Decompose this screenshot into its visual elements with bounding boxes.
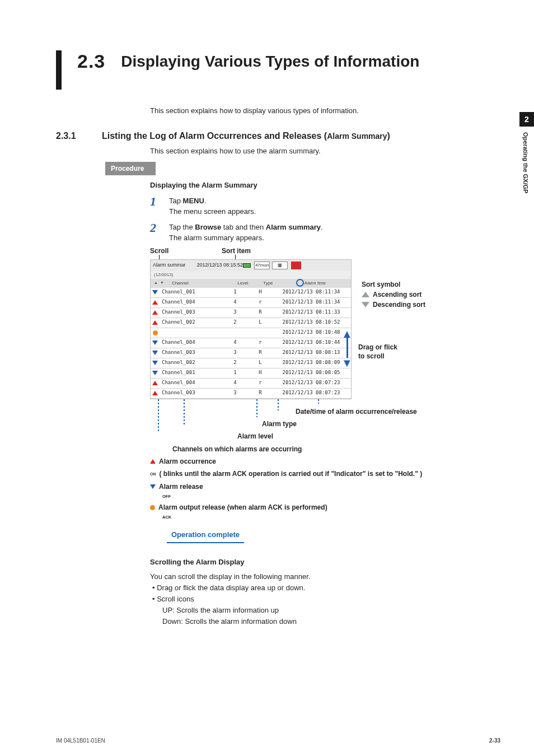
label-sort-item: Sort item [222,246,251,256]
cell-channel: Channel_001 [160,288,221,296]
table-row[interactable]: Channel_0044r2012/12/13 08:11:34 [151,298,351,308]
tiny-off: OFF [162,493,495,501]
cell-time: 2012/12/13 08:07:23 [271,389,351,397]
cell-time: 2012/12/13 08:11:34 [271,298,351,306]
col-type[interactable]: Type [257,280,279,287]
table-row[interactable]: Channel_0044r2012/12/13 08:10:44 [151,338,351,348]
step-1-text-a: Tap [169,197,183,205]
subsection-desc: This section explains how to use the ala… [150,146,495,157]
cell-type: R [249,349,271,357]
cell-level: 3 [221,349,249,357]
subsection-title-main: Listing the Log of Alarm Occurrences and… [102,131,327,141]
alarm-release-icon [151,371,160,375]
label-ascending: Ascending sort [362,290,421,300]
col-alarm-time[interactable]: Alarm time [279,280,351,287]
cell-channel: Channel_003 [160,349,221,357]
callout-channel: Channels on which alarms are occurring [172,444,495,455]
label-drag-2: to scroll [358,351,385,361]
step-2-text-d: Alarm summary [266,223,321,231]
callout-line [256,399,257,417]
table-row[interactable]: Channel_0033R2012/12/13 08:07:23 [151,389,351,399]
bullet-drag: Drag or flick the data display area up o… [152,582,495,594]
cell-time: 2012/12/13 08:08:13 [271,349,351,357]
callout-output-release: Alarm output release (when alarm ACK is … [150,502,495,513]
cell-channel: Channel_002 [160,319,221,326]
ascending-icon [362,292,369,297]
scroll-arrow-stem [346,335,348,358]
section-marker-bar [56,50,62,90]
chapter-tab-number: 2 [519,112,534,127]
cell-time: 2012/12/13 08:07:23 [271,379,351,387]
alarm-rows[interactable]: Channel_0011H2012/12/13 08:11:34Channel_… [151,288,351,399]
col-level[interactable]: Level [229,280,257,287]
callout-line [158,399,159,433]
shot-btn-grid[interactable]: ▦ [272,262,288,269]
step-2-text-c: tab and then [221,223,266,231]
cell-level: 1 [221,369,249,377]
table-row[interactable]: Channel_0033R2012/12/13 08:08:13 [151,348,351,358]
table-row[interactable]: 2012/12/13 08:10:48 [151,328,351,338]
footer-doc-id: IM 04L51B01-01EN [56,738,105,744]
alarm-summary-screenshot: Alarm summar 2012/12/13 08:15:52 47mon ▦… [150,259,495,399]
blink-note-text: ( blinks until the alarm ACK operation i… [160,468,423,479]
subsection-title-paren: Alarm Summary [327,132,387,141]
table-row[interactable]: Channel_0044r2012/12/13 08:07:23 [151,379,351,389]
heading-display-alarm-summary: Displaying the Alarm Summary [150,180,495,191]
cell-type: r [249,379,271,387]
cell-channel: Channel_002 [160,359,221,367]
cell-level: 3 [221,309,249,316]
section-title: Displaying Various Types of Information [121,53,419,70]
step-1-text-b: MENU [183,197,204,205]
chapter-tab: 2 Operating the GX/GP [519,112,534,199]
release-text: Alarm release [159,481,203,492]
col-channel[interactable]: Channel [167,280,229,287]
alarm-release-icon [151,351,160,355]
step-1-text-c: . [204,197,207,205]
callout-circle [296,279,304,287]
cell-channel: Channel_001 [160,369,221,377]
shot-header-row: ▲▼ Channel Level Type Alarm time [151,279,351,288]
shot-btn-red[interactable] [291,262,301,269]
step-1: 1 Tap MENU. The menu screen appears. [150,195,495,217]
cell-type: r [249,298,271,306]
scrolling-desc: You can scroll the display in the follow… [150,571,495,582]
cell-type: H [249,288,271,296]
step-2-text-a: Tap the [169,223,195,231]
shot-btn-timeunit[interactable]: 47mon [254,262,270,269]
cell-time: 2012/12/13 08:10:52 [271,319,351,326]
ascending-text: Ascending sort [373,291,421,298]
label-sort-symbol: Sort symbol [362,279,400,290]
alarm-occurrence-icon [151,381,160,385]
callout-occurrence: Alarm occurrence [150,456,495,467]
alarm-release-icon [151,340,160,345]
table-row[interactable]: Channel_0022L2012/12/13 08:08:09 [151,358,351,368]
cell-level: 2 [221,319,249,326]
cell-channel: Channel_004 [160,339,221,347]
tiny-ack: ACK [162,514,495,521]
descending-text: Descending sort [373,301,425,309]
alarm-release-icon [151,361,160,365]
cell-time: 2012/12/13 08:10:44 [271,339,351,347]
step-1-text-d: The menu screen appears. [169,207,256,216]
callout-datetime: Date/time of alarm occurrence/release [296,406,495,417]
shot-updown[interactable]: ▲▼ [151,280,167,286]
table-row[interactable]: Channel_0011H2012/12/13 08:08:05 [151,368,351,379]
cell-level: 4 [221,298,249,306]
cell-time: 2012/12/13 08:08:09 [271,359,351,367]
subsection-number: 2.3.1 [56,131,90,141]
operation-complete: Operation complete [167,529,244,543]
cell-channel: Channel_003 [160,389,221,397]
step-2-text-f: The alarm summary appears. [169,234,264,242]
callout-line [278,399,279,410]
table-row[interactable]: Channel_0011H2012/12/13 08:11:34 [151,288,351,298]
chapter-tab-text: Operating the GX/GP [519,127,532,199]
cell-channel: Channel_003 [160,309,221,316]
section-header: 2.3 Displaying Various Types of Informat… [56,50,495,90]
descending-icon [362,302,369,307]
battery-icon [243,263,251,268]
callout-line [318,399,319,404]
step-1-number: 1 [150,195,161,217]
table-row[interactable]: Channel_0033R2012/12/13 08:11:33 [151,308,351,318]
table-row[interactable]: Channel_0022L2012/12/13 08:10:52 [151,318,351,328]
alarm-ack-icon [151,330,160,335]
